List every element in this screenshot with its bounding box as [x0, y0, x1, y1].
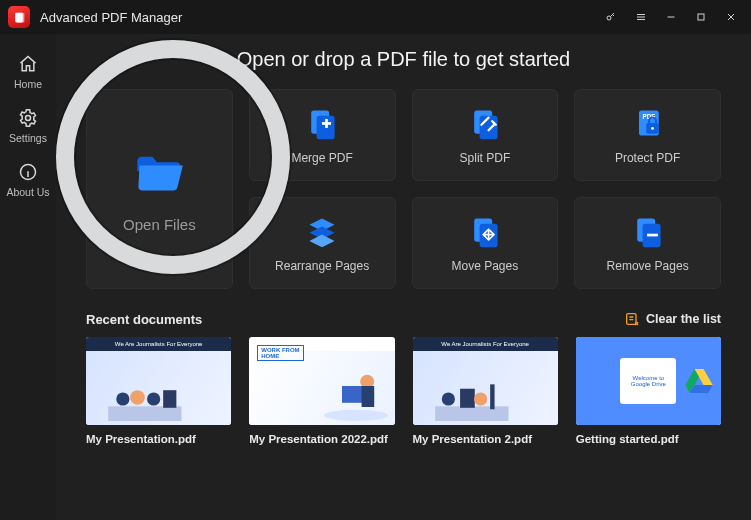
tile-merge-pdf[interactable]: Merge PDF — [249, 89, 396, 181]
doc-name: My Presentation 2.pdf — [413, 433, 558, 445]
recent-doc[interactable]: We Are Journalists For Everyone My Prese… — [86, 337, 231, 445]
tile-open-files[interactable]: Open Files — [86, 89, 233, 289]
sidebar-item-settings[interactable]: Settings — [0, 108, 56, 144]
tile-label: Split PDF — [460, 151, 511, 165]
thumbnail-art — [421, 377, 523, 421]
minimize-button[interactable] — [657, 3, 685, 31]
clear-list-icon — [624, 311, 640, 327]
svg-rect-1 — [16, 12, 24, 22]
split-icon — [467, 105, 503, 141]
tile-label: Remove Pages — [607, 259, 689, 273]
main-area: Open or drop a PDF file to get started O… — [56, 34, 751, 520]
maximize-button[interactable] — [687, 3, 715, 31]
drive-icon — [685, 369, 713, 393]
recent-documents: We Are Journalists For Everyone My Prese… — [86, 337, 721, 445]
thumbnail-art — [94, 377, 196, 421]
tile-move-pages[interactable]: Move Pages — [412, 197, 559, 289]
svg-point-23 — [116, 392, 129, 405]
doc-thumbnail: We Are Journalists For Everyone — [413, 337, 558, 425]
sidebar-item-label: About Us — [6, 186, 49, 198]
merge-icon — [304, 105, 340, 141]
titlebar: Advanced PDF Manager — [0, 0, 751, 34]
doc-name: My Presentation.pdf — [86, 433, 231, 445]
svg-rect-20 — [647, 234, 658, 237]
app-title: Advanced PDF Manager — [40, 10, 182, 25]
sidebar: Home Settings About Us — [0, 34, 56, 520]
tile-split-pdf[interactable]: Split PDF — [412, 89, 559, 181]
recent-doc[interactable]: We Are Journalists For Everyone My Prese… — [413, 337, 558, 445]
info-icon — [18, 162, 38, 182]
sidebar-item-home[interactable]: Home — [0, 54, 56, 90]
lock-icon: PDF — [630, 105, 666, 141]
folder-open-icon — [133, 146, 185, 198]
thumbnail-art — [321, 363, 391, 423]
svg-point-2 — [607, 16, 611, 20]
menu-icon[interactable] — [627, 3, 655, 31]
recent-doc[interactable]: Welcome toGoogle Drive Getting started.p… — [576, 337, 721, 445]
tile-label: Protect PDF — [615, 151, 680, 165]
svg-point-24 — [130, 390, 145, 405]
svg-point-27 — [323, 410, 387, 421]
svg-point-25 — [147, 392, 160, 405]
svg-point-4 — [26, 116, 31, 121]
svg-rect-33 — [460, 389, 475, 408]
svg-rect-9 — [325, 119, 328, 128]
layers-icon — [304, 213, 340, 249]
tile-protect-pdf[interactable]: PDF Protect PDF — [574, 89, 721, 181]
tile-label: Move Pages — [452, 259, 519, 273]
svg-rect-30 — [361, 386, 374, 407]
doc-name: Getting started.pdf — [576, 433, 721, 445]
sidebar-item-label: Home — [14, 78, 42, 90]
close-button[interactable] — [717, 3, 745, 31]
svg-rect-3 — [698, 14, 704, 20]
svg-point-15 — [651, 127, 654, 130]
doc-thumbnail: WORK FROMHOME — [249, 337, 394, 425]
svg-rect-11 — [479, 116, 497, 139]
tile-remove-pages[interactable]: Remove Pages — [574, 197, 721, 289]
svg-rect-26 — [163, 390, 176, 408]
tile-rearrange-pages[interactable]: Rearrange Pages — [249, 197, 396, 289]
recent-doc[interactable]: WORK FROMHOME My Presentation 2022.pdf — [249, 337, 394, 445]
svg-rect-22 — [108, 406, 181, 421]
doc-thumbnail: We Are Journalists For Everyone — [86, 337, 231, 425]
recent-documents-title: Recent documents — [86, 312, 202, 327]
clear-list-button[interactable]: Clear the list — [624, 311, 721, 327]
sidebar-item-about[interactable]: About Us — [0, 162, 56, 198]
key-icon[interactable] — [597, 3, 625, 31]
clear-list-label: Clear the list — [646, 312, 721, 326]
svg-point-34 — [474, 392, 487, 405]
move-icon — [467, 213, 503, 249]
page-title: Open or drop a PDF file to get started — [86, 48, 721, 71]
app-logo — [8, 6, 30, 28]
tile-label: Open Files — [123, 216, 196, 233]
gear-icon — [18, 108, 38, 128]
home-icon — [18, 54, 38, 74]
doc-name: My Presentation 2022.pdf — [249, 433, 394, 445]
remove-icon — [630, 213, 666, 249]
tile-label: Rearrange Pages — [275, 259, 369, 273]
svg-rect-31 — [435, 406, 508, 421]
window-controls — [597, 3, 745, 31]
doc-thumbnail: Welcome toGoogle Drive — [576, 337, 721, 425]
action-tiles: Open Files Merge PDF Split PDF — [86, 89, 721, 289]
svg-point-32 — [441, 392, 454, 405]
svg-rect-35 — [490, 384, 494, 409]
sidebar-item-label: Settings — [9, 132, 47, 144]
tile-label: Merge PDF — [291, 151, 352, 165]
